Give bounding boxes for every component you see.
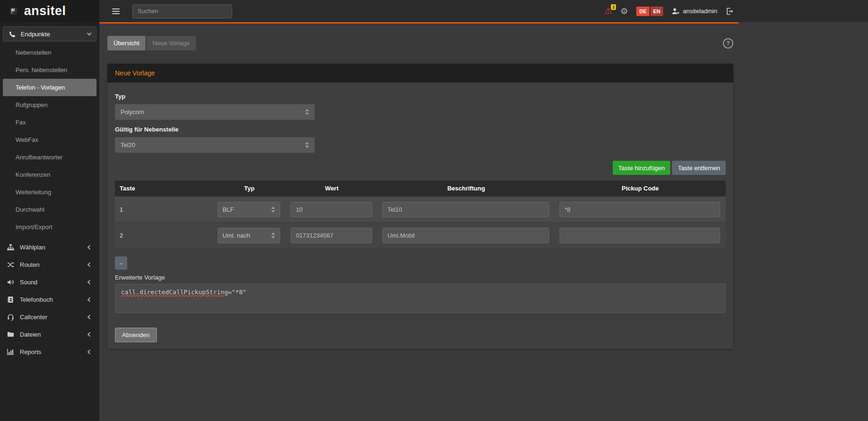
key-type-value: BLF <box>223 206 234 213</box>
key-pickup-code-input[interactable] <box>560 202 720 217</box>
panel-header: Neue Vorlage <box>107 64 733 83</box>
sidebar-item-label: Rufgruppen <box>16 101 48 108</box>
tab-label: Übersicht <box>114 40 139 47</box>
key-label-input[interactable] <box>382 228 549 243</box>
sidebar-section-telefonbuch[interactable]: Telefonbuch <box>0 291 99 308</box>
code-rest-text: ="*8" <box>228 289 246 296</box>
sidebar-item-fax[interactable]: Fax <box>3 114 97 131</box>
lang-de-button[interactable]: DE <box>636 7 649 16</box>
key-type-select[interactable]: BLF <box>218 202 281 217</box>
select-arrows-icon <box>271 206 275 213</box>
typ-label: Typ <box>115 93 726 100</box>
sidebar-item-label: Konferenzen <box>16 171 50 178</box>
sidebar-subnav-endpunkte: Nebenstellen Pers. Nebenstellen Telefon … <box>0 41 99 239</box>
chevron-left-icon <box>88 297 92 302</box>
brand-logo[interactable]: ansitel <box>0 0 99 22</box>
submit-button[interactable]: Absenden <box>115 328 157 342</box>
remove-key-button[interactable]: Taste entfernen <box>672 161 726 175</box>
sidebar-item-anrufbeantworter[interactable]: Anrufbeantworter <box>3 149 97 166</box>
chevron-down-icon <box>87 31 92 36</box>
add-key-button[interactable]: Taste hinzufügen <box>613 161 670 175</box>
sidebar-item-telefon-vorlagen[interactable]: Telefon - Vorlagen <box>3 79 97 96</box>
table-row: 1 BLF <box>115 197 726 223</box>
sidebar-item-label: Anrufbeantworter <box>16 154 63 161</box>
key-type-select[interactable]: Uml. nach <box>218 228 281 243</box>
sidebar-item-label: Import/Export <box>16 223 52 231</box>
key-pickup-code-input[interactable] <box>560 228 720 243</box>
keys-table: Taste Typ Wert Beschriftung Pickup Code … <box>115 181 726 248</box>
alert-count-badge: 2 <box>611 4 616 10</box>
sidebar-item-weiterleitung[interactable]: Weiterleitung <box>3 183 97 201</box>
code-flagged-text: call.directedCallPickupString <box>121 289 228 296</box>
sidebar-item-webfax[interactable]: WebFax <box>3 131 97 149</box>
user-icon <box>672 8 680 15</box>
tab-neue-vorlage[interactable]: Neue Vorlage <box>146 36 196 50</box>
tab-label: Neue Vorlage <box>153 40 190 47</box>
advanced-template-textarea[interactable]: call.directedCallPickupString="*8" <box>115 284 726 313</box>
select-arrows-icon <box>271 232 275 239</box>
sidebar-section-waehlplan[interactable]: Wählplan <box>0 239 99 256</box>
alerts-button[interactable]: ⚠ 2 <box>604 7 612 16</box>
help-button[interactable]: ? <box>723 38 733 49</box>
sidebar-section-reports[interactable]: Reports <box>0 343 99 361</box>
col-header-wert: Wert <box>286 181 378 197</box>
extension-label: Gültig für Nebenstelle <box>115 126 726 133</box>
sidebar-item-rufgruppen[interactable]: Rufgruppen <box>3 96 97 114</box>
sidebar-section-label: Dateien <box>20 331 41 338</box>
sidebar-item-durchwahl[interactable]: Durchwahl <box>3 201 97 218</box>
sidebar-section-label: Endpunkte <box>21 31 50 38</box>
sidebar-item-konferenzen[interactable]: Konferenzen <box>3 166 97 183</box>
sidebar-item-label: Telefon - Vorlagen <box>16 84 65 91</box>
select-arrows-icon <box>305 142 309 148</box>
content-column: ⚠ 2 ⚙ DE EN ansiteladmin <box>99 0 868 421</box>
sidebar-section-label: Routen <box>20 261 40 268</box>
sidebar-section-sound[interactable]: Sound <box>0 273 99 291</box>
key-label-input[interactable] <box>382 202 549 217</box>
typ-select[interactable]: Polycom <box>115 104 315 120</box>
phone-icon <box>8 30 16 38</box>
sidebar-item-label: Pers. Nebenstellen <box>16 66 67 74</box>
headset-icon <box>7 314 14 321</box>
sidebar-item-label: Nebenstellen <box>16 49 51 56</box>
sidebar-item-nebenstellen[interactable]: Nebenstellen <box>3 44 97 61</box>
new-template-panel: Neue Vorlage Typ Polycom Gültig für Nebe… <box>107 64 733 349</box>
extension-select[interactable]: Tel20 <box>115 137 315 153</box>
key-value-input[interactable] <box>291 228 372 243</box>
sidebar-section-label: Wählplan <box>20 244 45 251</box>
col-header-pickup-code: Pickup Code <box>555 181 726 197</box>
tabs-row: Übersicht Neue Vorlage ? <box>107 36 733 50</box>
help-icon: ? <box>726 40 730 47</box>
collapse-advanced-button[interactable]: - <box>115 256 127 270</box>
search-input[interactable] <box>132 4 232 18</box>
main-content: Übersicht Neue Vorlage ? Neue Vorlage Ty… <box>99 24 868 421</box>
sidebar-section-callcenter[interactable]: Callcenter <box>0 308 99 326</box>
key-type-value: Uml. nach <box>223 232 251 239</box>
sidebar-item-label: Weiterleitung <box>16 189 51 196</box>
tab-uebersicht[interactable]: Übersicht <box>107 36 146 50</box>
key-value-input[interactable] <box>291 202 372 217</box>
sidebar-section-routen[interactable]: Routen <box>0 256 99 273</box>
hamburger-menu-icon[interactable] <box>112 8 120 14</box>
sidebar-section-label: Telefonbuch <box>20 296 53 303</box>
sidebar-item-label: Durchwahl <box>16 206 44 213</box>
extension-select-value: Tel20 <box>121 141 135 149</box>
key-buttons-row: Taste hinzufügen Taste entfernen <box>115 161 726 175</box>
user-menu[interactable]: ansiteladmin <box>672 8 717 15</box>
col-header-taste: Taste <box>115 181 213 197</box>
logout-icon[interactable] <box>726 8 733 15</box>
sidebar-section-dateien[interactable]: Dateien <box>0 326 99 343</box>
select-arrows-icon <box>305 109 309 115</box>
lang-en-button[interactable]: EN <box>650 7 663 16</box>
key-number: 1 <box>115 197 213 223</box>
sidebar-item-pers-nebenstellen[interactable]: Pers. Nebenstellen <box>3 61 97 79</box>
table-header-row: Taste Typ Wert Beschriftung Pickup Code <box>115 181 726 197</box>
chevron-left-icon <box>88 245 92 250</box>
sidebar-section-label: Callcenter <box>20 314 48 321</box>
sidebar-section-endpunkte[interactable]: Endpunkte <box>3 26 97 41</box>
col-header-typ: Typ <box>213 181 286 197</box>
routes-icon <box>7 261 14 269</box>
sidebar-item-import-export[interactable]: Import/Export <box>3 218 97 236</box>
topbar: ⚠ 2 ⚙ DE EN ansiteladmin <box>99 0 868 22</box>
sitemap-icon <box>7 244 14 251</box>
gear-icon[interactable]: ⚙ <box>620 7 628 16</box>
